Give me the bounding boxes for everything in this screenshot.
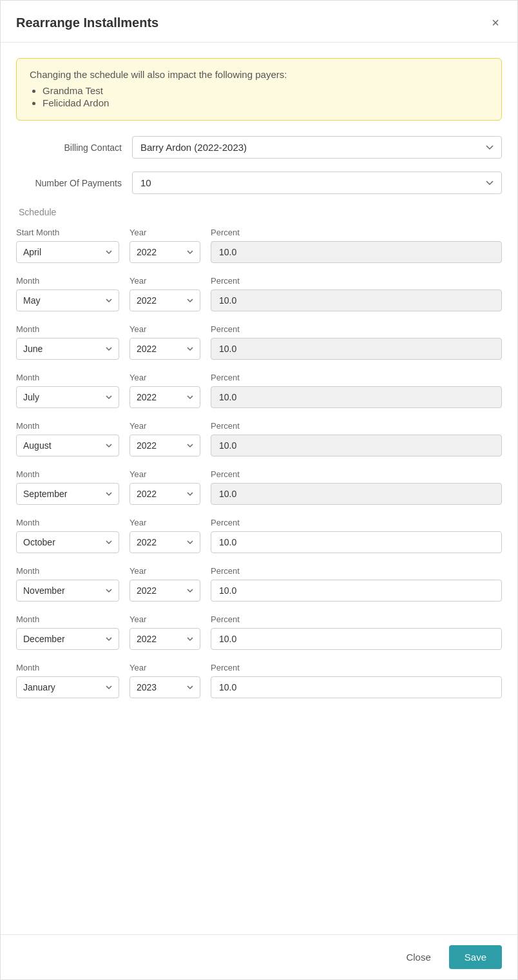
year-select-0[interactable]: 2022 xyxy=(130,241,200,263)
schedule-row-7-labels: Month Year Percent xyxy=(16,566,502,576)
schedule-row-6: Month Year Percent October 2022 xyxy=(16,518,502,553)
percent-label-5: Percent xyxy=(211,469,502,479)
month-label-4: Month xyxy=(16,421,119,431)
schedule-row-3: Month Year Percent July 2022 xyxy=(16,373,502,408)
schedule-row-0-fields: April 2022 xyxy=(16,241,502,263)
month-select-1[interactable]: May xyxy=(16,289,119,311)
percent-input-8[interactable] xyxy=(211,628,502,650)
schedule-row-5-fields: September 2022 xyxy=(16,483,502,505)
schedule-row-6-fields: October 2022 xyxy=(16,531,502,553)
year-label-0: Year xyxy=(130,228,200,237)
month-select-3[interactable]: July xyxy=(16,386,119,408)
schedule-row-9-fields: January 2023 xyxy=(16,676,502,698)
percent-label-2: Percent xyxy=(211,324,502,334)
schedule-row-4-fields: August 2022 xyxy=(16,435,502,456)
year-select-3[interactable]: 2022 xyxy=(130,386,200,408)
close-icon[interactable]: × xyxy=(489,14,502,32)
year-select-9[interactable]: 2023 xyxy=(130,676,200,698)
percent-input-2[interactable] xyxy=(211,338,502,360)
warning-message: Changing the schedule will also impact t… xyxy=(30,69,488,80)
schedule-row-3-fields: July 2022 xyxy=(16,386,502,408)
year-label-2: Year xyxy=(130,324,200,334)
month-select-4[interactable]: August xyxy=(16,435,119,456)
modal-footer: Close Save xyxy=(1,934,517,979)
year-label-7: Year xyxy=(130,566,200,576)
percent-input-4[interactable] xyxy=(211,435,502,456)
schedule-row-4-labels: Month Year Percent xyxy=(16,421,502,431)
warning-box: Changing the schedule will also impact t… xyxy=(16,58,502,121)
schedule-label: Schedule xyxy=(16,207,502,217)
month-label-7: Month xyxy=(16,566,119,576)
warning-payer-1: Grandma Test xyxy=(43,85,488,96)
percent-label-8: Percent xyxy=(211,614,502,624)
year-select-4[interactable]: 2022 xyxy=(130,435,200,456)
month-select-5[interactable]: September xyxy=(16,483,119,505)
year-select-8[interactable]: 2022 xyxy=(130,628,200,650)
percent-input-1[interactable] xyxy=(211,289,502,311)
month-label-5: Month xyxy=(16,469,119,479)
year-label-1: Year xyxy=(130,276,200,286)
schedule-row-9: Month Year Percent January 2023 xyxy=(16,663,502,698)
modal-header: Rearrange Installments × xyxy=(1,1,517,43)
month-select-6[interactable]: October xyxy=(16,531,119,553)
year-label-3: Year xyxy=(130,373,200,382)
schedule-row-1-fields: May 2022 xyxy=(16,289,502,311)
start-month-label: Start Month xyxy=(16,228,119,237)
billing-contact-label: Billing Contact xyxy=(16,142,132,153)
percent-input-3[interactable] xyxy=(211,386,502,408)
schedule-row-7-fields: November 2022 xyxy=(16,580,502,602)
year-select-5[interactable]: 2022 xyxy=(130,483,200,505)
schedule-row-5-labels: Month Year Percent xyxy=(16,469,502,479)
save-button[interactable]: Save xyxy=(449,945,502,969)
schedule-row-7: Month Year Percent November 2022 xyxy=(16,566,502,602)
percent-label-6: Percent xyxy=(211,518,502,527)
year-select-7[interactable]: 2022 xyxy=(130,580,200,602)
year-label-6: Year xyxy=(130,518,200,527)
schedule-row-1: Month Year Percent May 2022 xyxy=(16,276,502,311)
warning-payers-list: Grandma Test Felicidad Ardon xyxy=(30,85,488,108)
schedule-row-1-labels: Month Year Percent xyxy=(16,276,502,286)
schedule-row-8-labels: Month Year Percent xyxy=(16,614,502,624)
schedule-row-2-labels: Month Year Percent xyxy=(16,324,502,334)
number-of-payments-label: Number Of Payments xyxy=(16,178,132,188)
percent-label-9: Percent xyxy=(211,663,502,672)
month-select-9[interactable]: January xyxy=(16,676,119,698)
month-label-3: Month xyxy=(16,373,119,382)
number-of-payments-row: Number Of Payments 10 xyxy=(16,172,502,194)
month-select-7[interactable]: November xyxy=(16,580,119,602)
schedule-row-3-labels: Month Year Percent xyxy=(16,373,502,382)
modal-title: Rearrange Installments xyxy=(16,15,158,30)
billing-contact-select[interactable]: Barry Ardon (2022-2023) xyxy=(132,136,502,159)
schedule-row-0: Start Month Year Percent April 2022 xyxy=(16,228,502,263)
schedule-row-9-labels: Month Year Percent xyxy=(16,663,502,672)
percent-input-0[interactable] xyxy=(211,241,502,263)
schedule-row-0-labels: Start Month Year Percent xyxy=(16,228,502,237)
month-select-8[interactable]: December xyxy=(16,628,119,650)
schedule-row-5: Month Year Percent September 2022 xyxy=(16,469,502,505)
year-label-9: Year xyxy=(130,663,200,672)
percent-input-5[interactable] xyxy=(211,483,502,505)
month-label-6: Month xyxy=(16,518,119,527)
percent-label-7: Percent xyxy=(211,566,502,576)
number-of-payments-select[interactable]: 10 xyxy=(132,172,502,194)
percent-input-7[interactable] xyxy=(211,580,502,602)
year-select-2[interactable]: 2022 xyxy=(130,338,200,360)
percent-input-9[interactable] xyxy=(211,676,502,698)
year-label-5: Year xyxy=(130,469,200,479)
rearrange-installments-modal: Rearrange Installments × Changing the sc… xyxy=(0,0,518,980)
percent-label-1: Percent xyxy=(211,276,502,286)
month-select-2[interactable]: June xyxy=(16,338,119,360)
close-button[interactable]: Close xyxy=(396,946,441,968)
year-label-4: Year xyxy=(130,421,200,431)
month-label-1: Month xyxy=(16,276,119,286)
percent-label-4: Percent xyxy=(211,421,502,431)
schedule-row-6-labels: Month Year Percent xyxy=(16,518,502,527)
month-label-9: Month xyxy=(16,663,119,672)
percent-input-6[interactable] xyxy=(211,531,502,553)
percent-label-3: Percent xyxy=(211,373,502,382)
year-select-6[interactable]: 2022 xyxy=(130,531,200,553)
month-select-0[interactable]: April xyxy=(16,241,119,263)
year-select-1[interactable]: 2022 xyxy=(130,289,200,311)
year-label-8: Year xyxy=(130,614,200,624)
month-label-8: Month xyxy=(16,614,119,624)
